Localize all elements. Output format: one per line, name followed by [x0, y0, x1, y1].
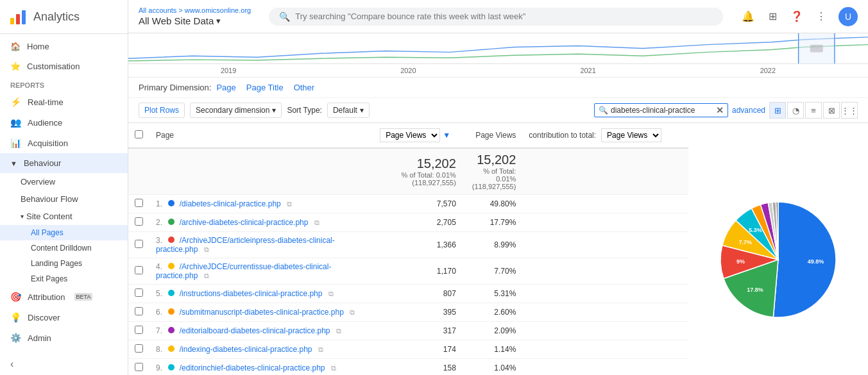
select-all-checkbox[interactable]: [135, 130, 143, 138]
sidebar: Analytics 🏠 Home ⭐ Customisation REPORTS…: [0, 0, 128, 375]
external-link-icon[interactable]: ⧉: [204, 246, 209, 253]
property-selector[interactable]: All Web Site Data ▾: [139, 15, 251, 26]
global-search-bar[interactable]: 🔍: [269, 8, 723, 26]
sidebar-item-all-pages[interactable]: All Pages: [0, 225, 128, 240]
row-number: 5.: [156, 289, 162, 298]
breadcrumb[interactable]: All accounts > www.omicsonline.org: [139, 6, 251, 14]
row-checkbox[interactable]: [135, 326, 143, 334]
cell-page: 4. /ArchiveJDCE/currentissue-diabetes-cl…: [149, 258, 373, 285]
sidebar-item-landing-pages[interactable]: Landing Pages: [0, 256, 128, 271]
page-url-link[interactable]: /archive-diabetes-clinical-practice.php: [180, 218, 309, 227]
dim-page-title-link[interactable]: Page Title: [246, 83, 284, 92]
sidebar-item-behaviour[interactable]: ▼ Behaviour: [0, 153, 128, 173]
table-row: 9. /editorinchief-diabetes-clinical-prac…: [128, 359, 688, 376]
sidebar-item-label: Behaviour: [24, 158, 62, 168]
grid-icon[interactable]: ⊞: [765, 10, 779, 24]
bar-view-icon[interactable]: ≡: [805, 102, 822, 119]
sidebar-item-behaviour-flow[interactable]: Behaviour Flow: [0, 190, 128, 208]
sidebar-item-label: Discover: [28, 313, 60, 322]
cell-page-views: 807: [373, 285, 463, 303]
external-link-icon[interactable]: ⧉: [204, 272, 209, 279]
dim-page-link[interactable]: Page: [216, 83, 235, 92]
help-icon[interactable]: ❓: [790, 10, 804, 24]
page-url-link[interactable]: /submitmanuscript-diabetes-clinical-prac…: [180, 308, 344, 317]
pie-label-1: 17.8%: [747, 287, 763, 293]
filter-search-input[interactable]: [611, 106, 713, 115]
cell-pct: 7.70%: [463, 258, 523, 285]
row-color-dot: [168, 263, 174, 269]
dim-other-link[interactable]: Other: [294, 83, 315, 92]
th-page-views-sort[interactable]: Page Views ▼: [373, 123, 463, 148]
sidebar-item-site-content[interactable]: ▾ Site Content: [0, 208, 128, 225]
external-link-icon[interactable]: ⧉: [336, 327, 341, 335]
sidebar-item-overview[interactable]: Overview: [0, 173, 128, 190]
sidebar-item-admin[interactable]: ⚙️ Admin: [0, 328, 128, 348]
row-number: 2.: [156, 218, 162, 227]
global-search-input[interactable]: [295, 12, 713, 21]
star-icon: ⭐: [10, 62, 21, 71]
sidebar-item-attribution[interactable]: 🎯 Attribution BETA: [0, 287, 128, 307]
notifications-icon[interactable]: 🔔: [741, 10, 755, 24]
external-link-icon[interactable]: ⧉: [318, 346, 323, 353]
row-number: 7.: [156, 326, 162, 335]
row-checkbox[interactable]: [135, 363, 143, 371]
user-avatar[interactable]: U: [838, 7, 858, 26]
pie-view-icon[interactable]: ◔: [787, 102, 804, 119]
sidebar-item-content-drilldown[interactable]: Content Drilldown: [0, 240, 128, 256]
dropdown-arrow-icon: ▾: [272, 106, 276, 115]
row-checkbox[interactable]: [135, 344, 143, 353]
pivot-view-icon[interactable]: ⋮⋮: [841, 102, 858, 119]
pie-label-2: 9%: [736, 258, 745, 265]
page-url-link[interactable]: /ArchiveJDCE/currentissue-diabetes-clini…: [156, 262, 331, 280]
row-checkbox[interactable]: [135, 266, 143, 274]
row-color-dot: [168, 219, 174, 225]
row-checkbox[interactable]: [135, 199, 143, 207]
property-name: All Web Site Data: [139, 15, 214, 26]
sidebar-collapse-button[interactable]: ‹: [0, 353, 128, 375]
sidebar-item-realtime[interactable]: ⚡ Real-time: [0, 92, 128, 112]
sidebar-item-label: Home: [27, 42, 49, 51]
external-link-icon[interactable]: ⧉: [350, 308, 355, 316]
svg-rect-2: [22, 10, 26, 24]
page-url-link[interactable]: /ArchiveJDCE/articleinpress-diabetes-cli…: [156, 236, 335, 254]
page-views-metric-select[interactable]: Page Views: [380, 128, 440, 142]
sort-type-dropdown[interactable]: Default ▾: [327, 103, 370, 118]
th-page[interactable]: Page: [149, 123, 373, 148]
external-link-icon[interactable]: ⧉: [314, 219, 319, 226]
advanced-link[interactable]: advanced: [732, 106, 765, 115]
external-link-icon[interactable]: ⧉: [331, 364, 336, 372]
external-link-icon[interactable]: ⧉: [328, 290, 334, 297]
row-checkbox[interactable]: [135, 217, 143, 226]
row-checkbox[interactable]: [135, 288, 143, 297]
filter-clear-button[interactable]: ✕: [716, 105, 724, 115]
page-url-link[interactable]: /editorinchief-diabetes-clinical-practic…: [180, 363, 325, 372]
table-view-icon[interactable]: ⊞: [769, 102, 786, 119]
sidebar-item-customisation[interactable]: ⭐ Customisation: [0, 56, 128, 76]
cell-pct: 1.04%: [463, 359, 523, 376]
external-link-icon[interactable]: ⧉: [287, 200, 292, 208]
more-vert-icon[interactable]: ⋮: [814, 10, 828, 24]
sidebar-item-home[interactable]: 🏠 Home: [0, 37, 128, 56]
row-color-dot: [168, 364, 174, 371]
sidebar-item-audience[interactable]: 👥 Audience: [0, 112, 128, 133]
page-url-link[interactable]: /instructions-diabetes-clinical-practice…: [180, 289, 323, 298]
plot-rows-button[interactable]: Plot Rows: [139, 103, 185, 118]
view-mode-icons: ⊞ ◔ ≡ ⊠ ⋮⋮: [769, 102, 858, 119]
page-url-link[interactable]: /editorialboard-diabetes-clinical-practi…: [180, 326, 330, 335]
primary-dimension-label: Primary Dimension:: [139, 83, 211, 92]
sidebar-item-exit-pages[interactable]: Exit Pages: [0, 271, 128, 287]
svg-rect-0: [10, 18, 14, 24]
contribution-metric-select[interactable]: Page Views: [601, 128, 661, 142]
sidebar-item-discover[interactable]: 💡 Discover: [0, 307, 128, 328]
compare-view-icon[interactable]: ⊠: [823, 102, 840, 119]
row-number: 9.: [156, 363, 162, 372]
sidebar-item-acquisition[interactable]: 📊 Acquisition: [0, 133, 128, 153]
page-url-link[interactable]: /indexing-diabetes-clinical-practice.php: [180, 345, 312, 354]
row-number: 4.: [156, 262, 162, 271]
secondary-dimension-dropdown[interactable]: Secondary dimension ▾: [190, 103, 282, 118]
row-color-dot: [168, 308, 174, 315]
row-checkbox[interactable]: [135, 307, 143, 315]
sidebar-item-label: Attribution: [28, 292, 65, 302]
row-checkbox[interactable]: [135, 240, 143, 248]
page-url-link[interactable]: /diabetes-clinical-practice.php: [180, 199, 281, 208]
